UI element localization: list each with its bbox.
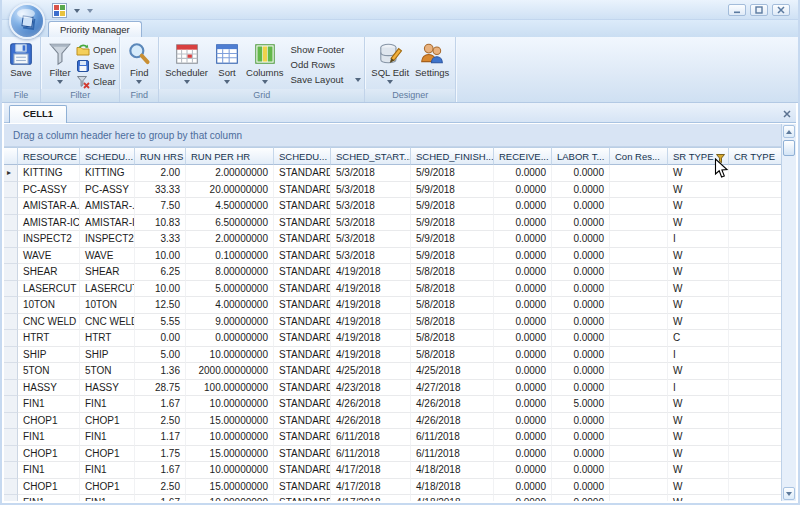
grid-cell[interactable]: W <box>668 413 729 430</box>
grid-cell[interactable] <box>729 281 781 298</box>
grid-cell[interactable] <box>729 330 781 347</box>
grid-cell[interactable]: STANDARD <box>274 495 331 501</box>
grid-cell[interactable]: 4.50000000 <box>186 198 274 215</box>
grid-cell[interactable]: 1.75 <box>135 446 186 463</box>
grid-cell[interactable]: AMISTAR-A... <box>18 198 80 215</box>
table-row[interactable]: LASERCUTLASERCUT10.005.00000000STANDARD4… <box>4 281 781 298</box>
grid-cell[interactable]: AMISTAR-IC <box>18 215 80 232</box>
grid-cell[interactable]: W <box>668 182 729 199</box>
grid-cell[interactable]: STANDARD <box>274 231 331 248</box>
grid-cell[interactable]: 4/25/2018 <box>411 363 494 380</box>
grid-cell[interactable] <box>729 380 781 397</box>
grid-cell[interactable]: 0.0000 <box>552 264 610 281</box>
grid-cell[interactable]: 6/11/2018 <box>411 429 494 446</box>
grid-cell[interactable]: W <box>668 446 729 463</box>
grid-cell[interactable] <box>729 429 781 446</box>
grid-cell[interactable]: 2.50 <box>135 413 186 430</box>
filter-save-button[interactable]: Save <box>76 58 116 73</box>
grid-cell[interactable]: 0.0000 <box>494 479 552 496</box>
grid-cell[interactable] <box>729 264 781 281</box>
grid-cell[interactable]: W <box>668 198 729 215</box>
grid-cell[interactable]: FIN1 <box>18 495 80 501</box>
grid-cell[interactable]: 4/19/2018 <box>331 281 411 298</box>
grid-cell[interactable]: 5.55 <box>135 314 186 331</box>
scrollbar-thumb[interactable] <box>783 140 795 156</box>
odd-rows-button[interactable]: Odd Rows <box>287 57 362 72</box>
grid-cell[interactable] <box>610 413 668 430</box>
grid-cell[interactable]: LASERCUT <box>18 281 80 298</box>
grid-cell[interactable]: 5TON <box>80 363 135 380</box>
grid-cell[interactable] <box>729 396 781 413</box>
grid-cell[interactable]: 4/19/2018 <box>331 347 411 364</box>
grid-cell[interactable]: HTRT <box>18 330 80 347</box>
table-row[interactable]: AMISTAR-A...AMISTAR-...7.504.50000000STA… <box>4 198 781 215</box>
grid-cell[interactable]: 0.0000 <box>552 429 610 446</box>
grid-cell[interactable]: 5/8/2018 <box>411 297 494 314</box>
grid-cell[interactable]: 10.00000000 <box>186 429 274 446</box>
grid-cell[interactable]: W <box>668 363 729 380</box>
grid-cell[interactable]: HASSY <box>18 380 80 397</box>
grid-cell[interactable] <box>610 314 668 331</box>
grid-cell[interactable]: 4/26/2018 <box>331 413 411 430</box>
grid-cell[interactable]: INSPECT2 <box>18 231 80 248</box>
grid-cell[interactable]: 5/9/2018 <box>411 248 494 265</box>
grid-cell[interactable]: 0.0000 <box>494 297 552 314</box>
grid-cell[interactable]: CHOP1 <box>80 413 135 430</box>
grid-cell[interactable]: 0.0000 <box>494 495 552 501</box>
grid-cell[interactable]: 0.0000 <box>552 330 610 347</box>
grid-cell[interactable]: STANDARD <box>274 297 331 314</box>
grid-cell[interactable]: 5/3/2018 <box>331 165 411 182</box>
grid-cell[interactable]: 0.0000 <box>494 396 552 413</box>
grid-cell[interactable] <box>729 182 781 199</box>
grid-cell[interactable] <box>610 297 668 314</box>
grid-cell[interactable]: 5/8/2018 <box>411 314 494 331</box>
grid-cell[interactable]: KITTING <box>18 165 80 182</box>
grid-cell[interactable]: 0.0000 <box>552 231 610 248</box>
vertical-scrollbar[interactable] <box>781 124 796 501</box>
table-row[interactable]: FIN1FIN11.1710.00000000STANDARD6/11/2018… <box>4 429 781 446</box>
grid-cell[interactable] <box>729 231 781 248</box>
grid-cell[interactable]: 12.50 <box>135 297 186 314</box>
grid-cell[interactable]: 100.00000000 <box>186 380 274 397</box>
filter-open-button[interactable]: Open <box>76 42 116 57</box>
grid-cell[interactable]: STANDARD <box>274 396 331 413</box>
table-row[interactable]: SHIPSHIP5.0010.00000000STANDARD4/19/2018… <box>4 347 781 364</box>
grid-cell[interactable]: 0.0000 <box>552 380 610 397</box>
grid-cell[interactable]: 5/9/2018 <box>411 165 494 182</box>
column-header-schedu[interactable]: SCHEDU... <box>274 147 331 165</box>
grid-cell[interactable]: 4/26/2018 <box>411 396 494 413</box>
grid-cell[interactable]: W <box>668 281 729 298</box>
grid-cell[interactable] <box>610 462 668 479</box>
grid-cell[interactable]: 0.0000 <box>494 462 552 479</box>
grid-cell[interactable]: STANDARD <box>274 182 331 199</box>
grid-cell[interactable]: W <box>668 396 729 413</box>
filter-funnel-icon[interactable] <box>716 152 726 162</box>
grid-cell[interactable]: 0.0000 <box>552 413 610 430</box>
column-header-schedu[interactable]: SCHEDU... <box>80 147 135 165</box>
grid-cell[interactable]: 5/8/2018 <box>411 330 494 347</box>
grid-cell[interactable] <box>729 297 781 314</box>
grid-cell[interactable] <box>729 446 781 463</box>
grid-cell[interactable]: 0.0000 <box>552 198 610 215</box>
grid-cell[interactable]: 0.0000 <box>494 215 552 232</box>
column-header-cr-type[interactable]: CR TYPE <box>729 147 781 165</box>
grid-cell[interactable]: 7.50 <box>135 198 186 215</box>
customize-toolbar-icon[interactable] <box>87 9 93 13</box>
grid-cell[interactable]: 4/26/2018 <box>411 413 494 430</box>
grid-cell[interactable]: STANDARD <box>274 479 331 496</box>
grid-cell[interactable]: W <box>668 165 729 182</box>
grid-cell[interactable]: 1.67 <box>135 495 186 501</box>
grid-cell[interactable]: 5/9/2018 <box>411 198 494 215</box>
grid-cell[interactable]: 20.00000000 <box>186 182 274 199</box>
grid-cell[interactable]: W <box>668 314 729 331</box>
grid-cell[interactable]: SHEAR <box>80 264 135 281</box>
grid-cell[interactable]: 2.00 <box>135 165 186 182</box>
grid-cell[interactable]: 5/8/2018 <box>411 281 494 298</box>
grid-cell[interactable]: STANDARD <box>274 462 331 479</box>
column-header-sched-finish[interactable]: SCHED_FINISH... <box>411 147 494 165</box>
grid-cell[interactable]: 6/11/2018 <box>411 446 494 463</box>
grid-cell[interactable]: 15.00000000 <box>186 413 274 430</box>
grid-cell[interactable]: 0.0000 <box>494 347 552 364</box>
table-row[interactable]: 10TON10TON12.504.00000000STANDARD4/19/20… <box>4 297 781 314</box>
grid-cell[interactable]: AMISTAR-IC <box>80 215 135 232</box>
